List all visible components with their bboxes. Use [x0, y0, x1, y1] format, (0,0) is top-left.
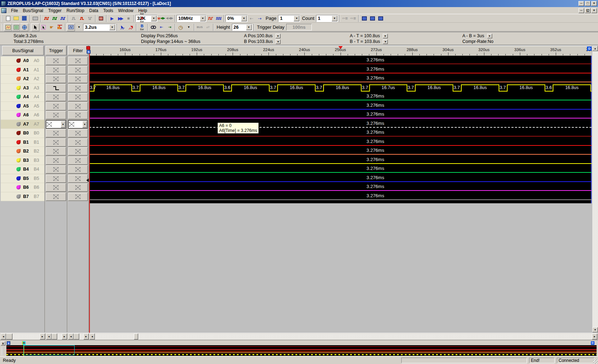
time-display-dropdown[interactable]: ▼	[185, 23, 193, 31]
filter-cell-B3[interactable]	[68, 156, 88, 165]
mdi-restore-button[interactable]: ◱	[585, 8, 591, 13]
trigger-cell-A5[interactable]	[46, 102, 66, 110]
vertical-scrollbar[interactable]: ▲ ▼	[592, 46, 598, 332]
filter-cell-B2[interactable]	[68, 147, 88, 155]
resize-grip[interactable]	[593, 359, 598, 364]
memory-page-next-button[interactable]: M◀▶	[157, 15, 165, 22]
overview-waveform[interactable]	[6, 345, 597, 356]
filter-cell-A6[interactable]	[68, 111, 88, 119]
filter-cell-B1[interactable]	[68, 138, 88, 147]
signal-row-B7[interactable]: B7B7	[1, 192, 44, 202]
filter-cell-B7[interactable]	[68, 193, 88, 201]
scroll-thumb[interactable]	[74, 333, 79, 340]
signal-row-A1[interactable]: A1A1	[1, 66, 44, 75]
listing-view-button[interactable]	[12, 23, 20, 31]
trigger-cell-A4[interactable]	[46, 93, 66, 101]
filter-cell-B0[interactable]	[68, 129, 88, 137]
count-combo[interactable]: 1▼	[316, 15, 338, 22]
filter-panel-scrollbar[interactable]: ◄ ►	[68, 333, 89, 340]
signal-row-B6[interactable]: B6B6	[1, 183, 44, 192]
print-button[interactable]	[31, 15, 39, 22]
signal-row-B0[interactable]: B0B0	[1, 129, 44, 138]
filter-cell-A5[interactable]	[68, 102, 88, 110]
menu-data[interactable]: Data	[87, 7, 100, 14]
bar-button-minus[interactable]: -Bar	[138, 8, 146, 16]
filter-cell-B5[interactable]	[68, 175, 88, 183]
a-bar-line[interactable]	[89, 48, 90, 333]
device-1-button[interactable]	[360, 15, 368, 22]
waveform-scrollbar[interactable]: ◄ ►	[89, 333, 597, 340]
bus-panel-scrollbar[interactable]: ◄ ►	[1, 333, 45, 340]
a-pos-dropdown[interactable]: ▼	[276, 34, 281, 38]
waveform-mode-button[interactable]	[67, 23, 75, 31]
scroll-right-button[interactable]: ►	[40, 333, 45, 340]
trigger-header[interactable]: Trigger	[45, 46, 66, 55]
signal-row-B2[interactable]: B2B2	[1, 147, 44, 156]
trigger-cell-B1[interactable]	[46, 138, 66, 147]
bar-button-b[interactable]: BBar	[138, 23, 146, 31]
maximize-button[interactable]: □	[585, 1, 591, 6]
trigger-cell-B5[interactable]	[46, 175, 66, 183]
filter-header[interactable]: Filter	[68, 46, 88, 55]
sample-rate-combo[interactable]: 10MHz▼	[176, 15, 206, 22]
trigger-cell-B0[interactable]	[46, 129, 66, 137]
trigger-cell-A2[interactable]	[46, 75, 66, 83]
filter-cell-A3[interactable]	[68, 84, 88, 92]
menu-bussignal[interactable]: Bus/Signal	[20, 7, 45, 14]
overview-splitter[interactable]	[1, 347, 3, 355]
overview-b-bar-flag[interactable]: B	[22, 341, 26, 345]
signal-row-B1[interactable]: B1B1	[1, 138, 44, 147]
goto-start-button[interactable]: ⇤	[157, 23, 165, 31]
menu-window[interactable]: Window	[116, 7, 136, 14]
overview-view-rectangle[interactable]	[23, 345, 75, 355]
save-file-button[interactable]	[20, 15, 28, 22]
device-2-button[interactable]	[368, 15, 376, 22]
trigger-position-marker-icon[interactable]	[338, 46, 343, 49]
scroll-up-button[interactable]: ▲	[592, 46, 598, 51]
scroll-thumb[interactable]	[51, 333, 57, 340]
trigger-cell-A3[interactable]	[46, 84, 66, 92]
dropdown-icon[interactable]: ▼	[61, 121, 65, 128]
menu-file[interactable]: File	[9, 7, 20, 14]
mdi-close-button[interactable]: ×	[591, 8, 597, 13]
run-button[interactable]: ▶	[108, 15, 116, 22]
trigger-cell-B7[interactable]	[46, 193, 66, 201]
trigger-cell-A0[interactable]	[46, 57, 66, 65]
trigger-cell-A1[interactable]	[46, 66, 66, 74]
document-icon[interactable]	[1, 8, 6, 13]
new-file-button[interactable]	[4, 15, 12, 22]
menu-trigger[interactable]: Trigger	[46, 7, 64, 14]
zoom-out-wave-button[interactable]	[127, 23, 135, 31]
data-bar-button[interactable]	[56, 23, 64, 31]
height-combo[interactable]: 26▼	[232, 24, 252, 31]
open-file-button[interactable]	[12, 15, 20, 22]
trigger-edge-button[interactable]	[42, 15, 50, 22]
signal-row-B5[interactable]: B5B5	[1, 174, 44, 183]
signal-row-A4[interactable]: A4A4	[1, 93, 44, 102]
mdi-minimize-button[interactable]: ─	[578, 8, 584, 13]
navigator-button[interactable]	[20, 23, 28, 31]
goto-trigger-button[interactable]: ⇢	[256, 15, 264, 22]
overview-end-flag[interactable]: D	[591, 341, 594, 345]
dropdown-icon[interactable]: ▼	[82, 121, 87, 128]
a-bar-flag[interactable]	[86, 46, 90, 50]
scroll-right-button[interactable]: ►	[62, 333, 67, 340]
a-t-dropdown[interactable]: ▼	[383, 34, 388, 38]
scroll-down-button[interactable]: ▼	[592, 327, 598, 332]
filter-cell-A1[interactable]	[68, 66, 88, 74]
hand-tool-button[interactable]: ☛	[48, 23, 56, 31]
filter-cell-A0[interactable]	[68, 57, 88, 65]
trigger-e-button[interactable]	[59, 15, 67, 22]
scroll-right-button[interactable]: ►	[592, 333, 597, 340]
overview-close-button[interactable]: x	[1, 341, 5, 346]
signal-row-A5[interactable]: A5A5	[1, 102, 44, 111]
external-clock-icon[interactable]	[214, 15, 223, 22]
trigger-position-combo[interactable]: 0%▼	[225, 15, 248, 22]
filter-cell-A2[interactable]	[68, 75, 88, 83]
goto-end-button[interactable]: ⇥	[165, 23, 174, 31]
run-repeat-button[interactable]: ▶▶	[116, 15, 124, 22]
waveform-area[interactable]: 3.276ms3.276ms3.276ms3.716.8us3.716.8us3…	[89, 56, 592, 203]
scroll-left-button[interactable]: ◄	[68, 333, 74, 340]
menu-tools[interactable]: Tools	[101, 7, 116, 14]
device-3-button[interactable]	[376, 15, 385, 22]
